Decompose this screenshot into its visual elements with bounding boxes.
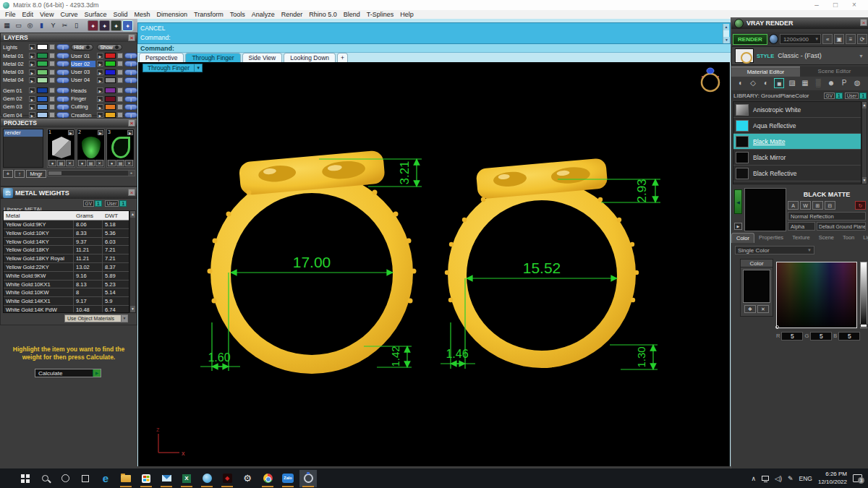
device-icon[interactable]: ▯ — [71, 20, 82, 31]
style-chevron-icon[interactable]: ▼ — [859, 53, 864, 59]
layer-label[interactable]: Gem 01 — [3, 87, 27, 94]
menu-item-tools[interactable]: Tools — [230, 11, 245, 18]
project-thumbnail-1[interactable]: 1▶●▤✕ — [47, 129, 75, 168]
layer-expand-icon[interactable]: ▶ — [29, 112, 35, 118]
layer-lock-icon[interactable] — [117, 77, 123, 83]
layer-color-swatch[interactable] — [37, 112, 48, 118]
layer-expand-icon[interactable]: ▶ — [29, 61, 35, 67]
layer-expand-icon[interactable]: ▶ — [29, 96, 35, 102]
project-item[interactable]: render — [4, 129, 43, 137]
cut-tool-icon[interactable]: ✂ — [59, 20, 70, 31]
add-project-button[interactable]: + — [3, 170, 13, 178]
menu-item-view[interactable]: View — [40, 11, 54, 18]
table-row-yellow-gold-9ky[interactable]: Yellow Gold:9KY8.065.18 — [4, 221, 129, 229]
material-row-black-matte[interactable]: Black Matte — [733, 134, 861, 150]
layer-expand-icon[interactable]: ▶ — [97, 61, 103, 67]
rgb-value-g[interactable]: 5 — [810, 332, 832, 341]
table-row-white-gold-10kw[interactable]: White Gold:10KW85.14 — [4, 288, 129, 297]
layer-lock-icon[interactable] — [49, 61, 55, 67]
material-row-anisotropic-white[interactable]: Anisotropic White — [733, 102, 861, 118]
settings-icon[interactable]: ⚙ — [239, 470, 256, 487]
material-row-black-mirror[interactable]: Black Mirror — [733, 150, 861, 166]
layer-visibility-toggle[interactable]: | — [124, 77, 137, 83]
layer-lock-icon[interactable] — [117, 53, 123, 59]
sphere-tool-icon[interactable]: ◎ — [25, 20, 35, 31]
excel-icon[interactable]: X — [178, 470, 195, 487]
layer-color-swatch[interactable] — [105, 112, 116, 118]
figure-tool-2-icon[interactable]: ✦ — [111, 20, 122, 31]
layer-color-swatch[interactable] — [105, 104, 116, 110]
column-dwt[interactable]: DWT — [103, 211, 127, 220]
viewport-tab-item[interactable]: + — [337, 53, 348, 62]
search-icon[interactable] — [36, 470, 54, 487]
layer-lock-icon[interactable] — [49, 53, 55, 59]
layer-lock-icon[interactable] — [117, 61, 123, 67]
matrix-icon[interactable] — [299, 470, 317, 487]
menu-item-edit[interactable]: Edit — [22, 11, 34, 18]
flat-material-icon[interactable]: ■ — [774, 78, 784, 88]
layer-label[interactable]: Heads — [71, 87, 95, 94]
maximize-button[interactable]: □ — [827, 1, 843, 9]
project-thumbnail-2[interactable]: 2▶●▤✕ — [77, 129, 105, 168]
vray-user-toggle[interactable]: User1 — [845, 93, 867, 99]
layer-lock-icon[interactable] — [49, 112, 55, 118]
layer-visibility-toggle[interactable]: | — [56, 44, 69, 50]
cortana-icon[interactable] — [56, 470, 74, 487]
tab-light[interactable]: Light — [859, 233, 868, 243]
ground-plane-dropdown[interactable]: Default Ground Plane — [817, 222, 866, 231]
hide-button[interactable]: Hide — [71, 44, 93, 51]
faces-icon[interactable]: ☻ — [826, 78, 836, 88]
menu-item-help[interactable]: Help — [400, 11, 414, 18]
close-button[interactable]: × — [846, 1, 862, 9]
layers-close-icon[interactable]: × — [128, 34, 135, 41]
layer-expand-icon[interactable]: ▶ — [97, 96, 103, 102]
viewport-label[interactable]: Through Finger ▼ — [142, 64, 203, 72]
layer-expand-icon[interactable]: ▶ — [97, 53, 103, 59]
layer-visibility-toggle[interactable]: | — [56, 104, 69, 110]
network-icon[interactable] — [762, 476, 769, 481]
task-view-icon[interactable] — [77, 470, 94, 487]
palette-icon[interactable]: ❖ — [744, 305, 756, 313]
scroll-up-icon[interactable]: ▲ — [130, 211, 135, 218]
table-row-yellow-gold-18ky-royal[interactable]: Yellow Gold:18KY Royal11.217.21 — [4, 254, 129, 263]
menu-item-t-splines[interactable]: T-Splines — [367, 11, 394, 18]
assign-material-icon[interactable]: A — [788, 201, 799, 210]
scroll-up-icon[interactable]: ▲ — [723, 24, 729, 30]
thumbnail-dot-icon[interactable]: ● — [108, 160, 116, 166]
thumbnail-delete-icon[interactable]: ✕ — [125, 160, 133, 166]
layer-color-swatch[interactable] — [37, 61, 48, 67]
table-scrollbar[interactable]: ▲ ▼ — [129, 210, 136, 313]
language-indicator[interactable]: ENG — [799, 475, 812, 482]
layer-expand-icon[interactable]: ▶ — [29, 77, 35, 83]
material-row-aqua-reflective[interactable]: Aqua Reflective — [733, 118, 861, 134]
layer-lock-icon[interactable] — [49, 69, 55, 75]
layer-lock-icon[interactable] — [117, 69, 123, 75]
library-icon[interactable]: ▮ — [36, 20, 47, 31]
table-row-white-gold-9kw[interactable]: White Gold:9KW9.165.89 — [4, 272, 129, 281]
layer-expand-icon[interactable]: ▶ — [97, 87, 103, 93]
vray-close-icon[interactable]: × — [860, 19, 867, 26]
file-explorer-icon[interactable] — [117, 470, 135, 487]
layer-label[interactable]: Metal 02 — [3, 61, 27, 67]
command-scrollbar[interactable]: ▲▼ — [723, 24, 729, 43]
projects-close-icon[interactable]: × — [128, 119, 135, 127]
start-icon[interactable] — [16, 470, 33, 487]
layer-color-swatch[interactable] — [37, 77, 48, 83]
project-thumbnail-3[interactable]: 3▶●▤✕ — [106, 129, 135, 168]
layer-color-swatch[interactable] — [105, 87, 116, 93]
chrome-icon[interactable] — [259, 470, 276, 487]
texture-material-icon[interactable]: ▦ — [800, 78, 810, 88]
layer-visibility-toggle[interactable]: | — [124, 104, 137, 110]
zalo-icon[interactable]: Zalo — [279, 470, 297, 487]
layer-lock-icon[interactable] — [49, 96, 55, 102]
tab-texture[interactable]: Texture — [788, 233, 814, 243]
figure-tool-1-icon[interactable]: ✦ — [99, 20, 110, 31]
thumbnail-delete-icon[interactable]: ✕ — [95, 160, 103, 166]
p-faces-icon[interactable]: P — [839, 78, 849, 88]
scroll-down-icon[interactable]: ▼ — [862, 177, 867, 184]
column-metal[interactable]: Metal — [4, 211, 74, 220]
layer-lock-icon[interactable] — [117, 96, 123, 102]
menu-item-dimension[interactable]: Dimension — [156, 11, 187, 18]
gv-toggle[interactable]: GV1 — [83, 200, 102, 207]
move-up-button[interactable]: ↑ — [14, 170, 25, 178]
